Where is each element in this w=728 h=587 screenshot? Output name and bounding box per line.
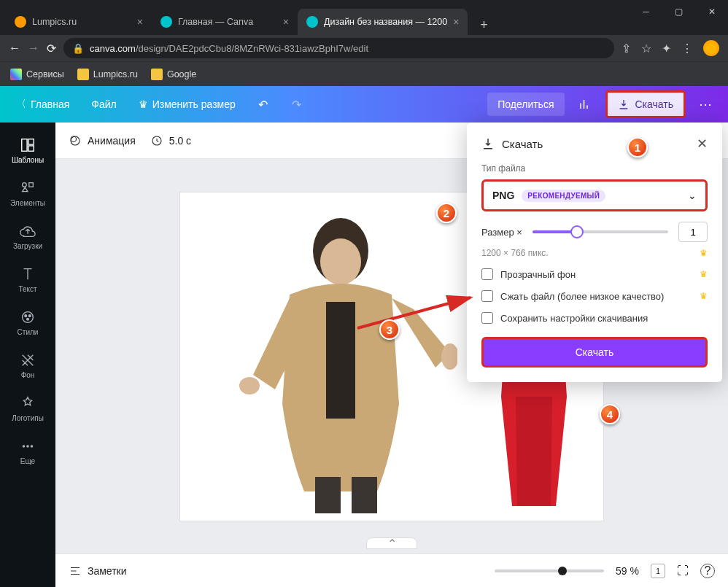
sidebar-item-styles[interactable]: Стили — [0, 302, 55, 343]
sidebar-label: Логотипы — [12, 414, 44, 422]
back-icon[interactable]: ← — [9, 42, 20, 55]
svg-point-18 — [239, 377, 260, 394]
size-slider[interactable] — [533, 230, 668, 233]
svg-rect-4 — [29, 183, 34, 187]
sidebar-item-uploads[interactable]: Загрузки — [0, 216, 55, 257]
checkbox-input[interactable] — [481, 290, 493, 302]
bookmark-label: Google — [167, 69, 196, 79]
browser-tab[interactable]: Lumpics.ru × — [6, 9, 152, 35]
sidebar-item-templates[interactable]: Шаблоны — [0, 130, 55, 171]
download-label: Скачать — [635, 98, 674, 110]
download-panel: Скачать ✕ Тип файла PNG РЕКОМЕНДУЕМЫЙ ⌄ … — [467, 123, 722, 382]
share-button[interactable]: Поделиться — [487, 93, 564, 116]
recommended-badge: РЕКОМЕНДУЕМЫЙ — [522, 190, 605, 202]
notes-button[interactable]: Заметки — [69, 564, 127, 578]
folder-icon — [77, 69, 89, 80]
url-path: /design/DAE2pdcCbu8/8MZnRWci-831iawzBphI… — [136, 43, 368, 54]
close-panel-icon[interactable]: ✕ — [697, 136, 708, 152]
page-navigator[interactable]: ⌃ — [366, 537, 417, 549]
bookmark-star-icon[interactable]: ☆ — [641, 42, 651, 55]
zoom-value: 59 % — [616, 565, 639, 577]
url-domain: canva.com — [90, 43, 136, 54]
forward-icon[interactable]: → — [28, 42, 39, 55]
browser-tab-active[interactable]: Дизайн без названия — 1200 × — [298, 9, 468, 35]
help-icon[interactable]: ? — [700, 564, 715, 578]
size-input[interactable] — [678, 222, 708, 242]
resize-button[interactable]: ♛ Изменить размер — [131, 93, 243, 116]
sidebar-label: Элементы — [10, 199, 45, 207]
svg-rect-0 — [22, 139, 27, 152]
page-count[interactable]: 1 — [651, 564, 665, 578]
close-icon[interactable]: × — [283, 16, 289, 28]
favicon-icon — [306, 16, 318, 28]
checkbox-input[interactable] — [481, 312, 493, 324]
sidebar-item-background[interactable]: Фон — [0, 345, 55, 386]
sidebar-item-elements[interactable]: Элементы — [0, 173, 55, 214]
svg-point-7 — [28, 315, 31, 317]
sidebar-item-logos[interactable]: Логотипы — [0, 388, 55, 429]
insights-button[interactable] — [572, 91, 598, 117]
save-settings-checkbox[interactable]: Сохранить настройки скачивания — [481, 312, 708, 324]
sidebar-item-more[interactable]: Еще — [0, 431, 55, 473]
svg-point-3 — [23, 183, 27, 187]
maximize-button[interactable]: ▢ — [662, 0, 695, 23]
download-submit-button[interactable]: Скачать — [481, 337, 708, 368]
download-button-header[interactable]: Скачать — [605, 90, 686, 118]
annotation-3: 3 — [379, 319, 400, 340]
bookmark-item[interactable]: Google — [151, 69, 196, 80]
svg-point-11 — [31, 445, 34, 448]
close-window-button[interactable]: ✕ — [695, 0, 728, 23]
extensions-icon[interactable]: ✦ — [662, 42, 671, 55]
sidebar-label: Фон — [21, 371, 35, 379]
reload-icon[interactable]: ⟳ — [47, 42, 56, 55]
animation-label: Анимация — [88, 135, 136, 147]
browser-tab[interactable]: Главная — Canva × — [152, 9, 298, 35]
undo-button[interactable]: ↶ — [250, 91, 276, 117]
animation-button[interactable]: Анимация — [69, 134, 136, 147]
share-icon[interactable]: ⇪ — [621, 42, 631, 55]
sidebar-item-text[interactable]: Текст — [0, 259, 55, 300]
url-input[interactable]: 🔒 canva.com/design/DAE2pdcCbu8/8MZnRWci-… — [63, 38, 614, 58]
transparent-bg-checkbox[interactable]: Прозрачный фон ♛ — [481, 268, 708, 280]
close-icon[interactable]: × — [453, 16, 459, 28]
redo-button[interactable]: ↷ — [284, 91, 310, 117]
canvas-footer: Заметки 59 % 1 ⛶ ? — [55, 553, 728, 587]
fullscreen-icon[interactable]: ⛶ — [677, 564, 689, 578]
zoom-slider[interactable] — [495, 569, 604, 572]
download-btn-label: Скачать — [576, 346, 614, 358]
svg-rect-2 — [28, 146, 34, 151]
bookmark-item[interactable]: Lumpics.ru — [77, 69, 138, 80]
new-tab-button[interactable]: + — [473, 15, 494, 35]
browser-address-bar: ← → ⟳ 🔒 canva.com/design/DAE2pdcCbu8/8MZ… — [0, 35, 728, 61]
svg-point-6 — [25, 315, 27, 317]
menu-icon[interactable]: ⋮ — [681, 42, 693, 55]
file-menu[interactable]: Файл — [84, 93, 123, 116]
file-type-select[interactable]: PNG РЕКОМЕНДУЕМЫЙ ⌄ — [481, 179, 708, 211]
panel-title: Скачать — [481, 137, 543, 150]
close-icon[interactable]: × — [137, 16, 143, 28]
chevron-left-icon: 〈 — [16, 98, 26, 111]
compress-checkbox[interactable]: Сжать файл (более низкое качество) ♛ — [481, 290, 708, 302]
more-menu[interactable]: ⋯ — [693, 96, 719, 112]
sidebar-label: Еще — [20, 457, 35, 465]
duration-button[interactable]: 5.0 с — [150, 134, 191, 147]
bookmarks-bar: Сервисы Lumpics.ru Google — [0, 61, 728, 86]
checkbox-input[interactable] — [481, 268, 493, 280]
annotation-arrow — [350, 292, 481, 335]
tab-title: Lumpics.ru — [32, 17, 131, 27]
favicon-icon — [15, 16, 26, 28]
profile-avatar[interactable] — [703, 40, 719, 56]
sidebar-label: Загрузки — [13, 242, 42, 250]
person-image-1 — [209, 200, 457, 513]
bookmark-apps[interactable]: Сервисы — [10, 69, 64, 80]
svg-point-5 — [23, 312, 34, 323]
checkbox-label: Сохранить настройки скачивания — [500, 313, 648, 324]
minimize-button[interactable]: ─ — [630, 0, 662, 23]
crown-icon: ♛ — [700, 291, 708, 301]
sidebar-label: Шаблоны — [12, 156, 44, 164]
sidebar-label: Стили — [18, 328, 39, 336]
svg-rect-19 — [315, 477, 341, 513]
browser-titlebar: Lumpics.ru × Главная — Canva × Дизайн бе… — [0, 0, 728, 35]
home-button[interactable]: 〈 Главная — [9, 92, 77, 117]
favicon-icon — [160, 16, 172, 28]
